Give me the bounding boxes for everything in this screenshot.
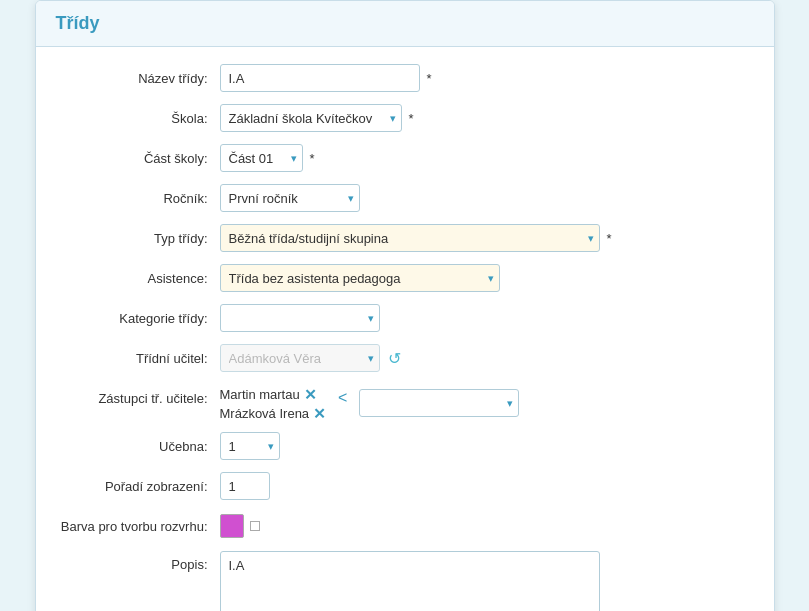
color-swatch[interactable] [220, 514, 244, 538]
deputy-remove-2[interactable]: ✕ [313, 406, 326, 421]
cast-select-wrapper: Část 01 ▾ [220, 144, 303, 172]
kategorie-label: Kategorie třídy: [60, 311, 220, 326]
cast-select[interactable]: Část 01 [220, 144, 303, 172]
popis-control: I.A [220, 551, 750, 611]
ucitel-select-wrapper: Adámková Věra ▾ [220, 344, 380, 372]
popis-row: Popis: I.A [60, 551, 750, 611]
ucitel-select[interactable]: Adámková Věra [220, 344, 380, 372]
skola-row: Škola: Základní škola Kvítečkov ▾ * [60, 103, 750, 133]
color-small-indicator [250, 521, 260, 531]
asistence-row: Asistence: Třída bez asistenta pedagoga … [60, 263, 750, 293]
barva-row: Barva pro tvorbu rozvrhu: [60, 511, 750, 541]
cast-row: Část školy: Část 01 ▾ * [60, 143, 750, 173]
skola-label: Škola: [60, 111, 220, 126]
kategorie-select-wrapper: ▾ [220, 304, 380, 332]
rocnik-row: Ročník: První ročník ▾ [60, 183, 750, 213]
typ-select[interactable]: Běžná třída/studijní skupina [220, 224, 600, 252]
deputy-list: Martin martau ✕ Mrázková Irena ✕ [220, 387, 327, 421]
ucitel-row: Třídní učitel: Adámková Věra ▾ ↺ [60, 343, 750, 373]
zastupci-control: Martin martau ✕ Mrázková Irena ✕ < ▾ [220, 387, 750, 421]
rocnik-select-wrapper: První ročník ▾ [220, 184, 360, 212]
asistence-control: Třída bez asistenta pedagoga ▾ [220, 264, 750, 292]
nazev-row: Název třídy: * [60, 63, 750, 93]
typ-control: Běžná třída/studijní skupina ▾ * [220, 224, 750, 252]
typ-row: Typ třídy: Běžná třída/studijní skupina … [60, 223, 750, 253]
asistence-select-wrapper: Třída bez asistenta pedagoga ▾ [220, 264, 500, 292]
deputy-name-2: Mrázková Irena [220, 406, 310, 421]
nazev-control: * [220, 64, 750, 92]
page-title: Třídy [56, 13, 754, 34]
deputy-select-wrapper: ▾ [359, 389, 519, 417]
cast-required: * [310, 151, 315, 166]
rocnik-control: První ročník ▾ [220, 184, 750, 212]
ucebna-select-wrapper: 1 ▾ [220, 432, 280, 460]
history-icon[interactable]: ↺ [388, 349, 401, 368]
poradi-input[interactable] [220, 472, 270, 500]
skola-control: Základní škola Kvítečkov ▾ * [220, 104, 750, 132]
rocnik-select[interactable]: První ročník [220, 184, 360, 212]
main-dialog: Třídy Název třídy: * Škola: Základní ško… [35, 0, 775, 611]
dialog-header: Třídy [36, 1, 774, 47]
cast-control: Část 01 ▾ * [220, 144, 750, 172]
deputy-select[interactable] [359, 389, 519, 417]
ucitel-label: Třídní učitel: [60, 351, 220, 366]
dialog-body: Název třídy: * Škola: Základní škola Kví… [36, 47, 774, 611]
deputy-item-1: Martin martau ✕ [220, 387, 327, 402]
popis-textarea[interactable]: I.A [220, 551, 600, 611]
ucebna-row: Učebna: 1 ▾ [60, 431, 750, 461]
deputy-name-1: Martin martau [220, 387, 300, 402]
deputy-item-2: Mrázková Irena ✕ [220, 406, 327, 421]
cast-label: Část školy: [60, 151, 220, 166]
nazev-input[interactable] [220, 64, 420, 92]
zastupci-label: Zástupci tř. učitele: [60, 387, 220, 406]
kategorie-select[interactable] [220, 304, 380, 332]
asistence-select[interactable]: Třída bez asistenta pedagoga [220, 264, 500, 292]
deputy-remove-1[interactable]: ✕ [304, 387, 317, 402]
poradi-control [220, 472, 750, 500]
typ-select-wrapper: Běžná třída/studijní skupina ▾ [220, 224, 600, 252]
ucebna-label: Učebna: [60, 439, 220, 454]
skola-select[interactable]: Základní škola Kvítečkov [220, 104, 402, 132]
poradi-row: Pořadí zobrazení: [60, 471, 750, 501]
typ-required: * [607, 231, 612, 246]
skola-select-wrapper: Základní škola Kvítečkov ▾ [220, 104, 402, 132]
popis-label: Popis: [60, 551, 220, 572]
barva-control [220, 514, 750, 538]
deputy-add-icon[interactable]: < [338, 389, 347, 407]
kategorie-control: ▾ [220, 304, 750, 332]
asistence-label: Asistence: [60, 271, 220, 286]
barva-label: Barva pro tvorbu rozvrhu: [60, 519, 220, 534]
nazev-label: Název třídy: [60, 71, 220, 86]
typ-label: Typ třídy: [60, 231, 220, 246]
zastupci-row: Zástupci tř. učitele: Martin martau ✕ Mr… [60, 383, 750, 421]
ucebna-control: 1 ▾ [220, 432, 750, 460]
kategorie-row: Kategorie třídy: ▾ [60, 303, 750, 333]
ucitel-control: Adámková Věra ▾ ↺ [220, 344, 750, 372]
poradi-label: Pořadí zobrazení: [60, 479, 220, 494]
ucebna-select[interactable]: 1 [220, 432, 280, 460]
skola-required: * [409, 111, 414, 126]
nazev-required: * [427, 71, 432, 86]
rocnik-label: Ročník: [60, 191, 220, 206]
